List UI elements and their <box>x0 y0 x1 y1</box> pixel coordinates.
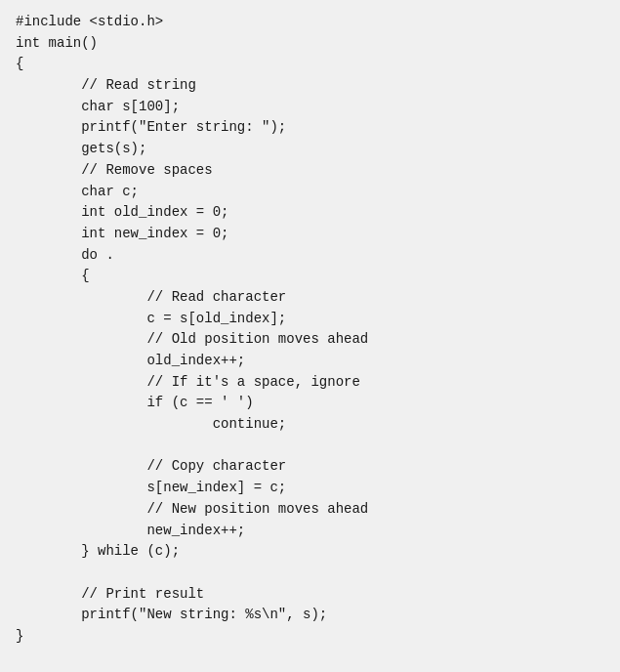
code-line: new_index++; <box>16 521 604 542</box>
code-line: int old_index = 0; <box>16 202 604 224</box>
code-line: gets(s); <box>16 139 604 160</box>
code-line <box>16 563 604 584</box>
code-line: } <box>16 626 604 648</box>
code-line: // Read character <box>16 287 604 309</box>
code-line: char c; <box>16 182 604 203</box>
code-line: // If it's a space, ignore <box>16 372 604 394</box>
code-block: #include <stdio.h>int main(){ // Read st… <box>16 12 604 648</box>
code-line: } while (c); <box>16 541 604 563</box>
code-line: // Print result <box>16 584 604 606</box>
code-line: // Old position moves ahead <box>16 329 604 351</box>
code-line: int new_index = 0; <box>16 224 604 245</box>
code-line: s[new_index] = c; <box>16 478 604 499</box>
code-line: int main() <box>16 33 604 55</box>
code-line: char s[100]; <box>16 97 604 118</box>
code-line: #include <stdio.h> <box>16 12 604 33</box>
code-line: continue; <box>16 414 604 436</box>
code-line: { <box>16 54 604 75</box>
code-line: old_index++; <box>16 351 604 372</box>
code-line: if (c == ' ') <box>16 393 604 414</box>
code-line <box>16 436 604 457</box>
code-line: printf("Enter string: "); <box>16 117 604 139</box>
code-line: c = s[old_index]; <box>16 309 604 330</box>
code-line: { <box>16 266 604 287</box>
code-container: #include <stdio.h>int main(){ // Read st… <box>0 0 620 672</box>
code-line: do . <box>16 245 604 267</box>
code-line: // New position moves ahead <box>16 499 604 521</box>
code-line: printf("New string: %s\n", s); <box>16 605 604 626</box>
code-line: // Remove spaces <box>16 160 604 182</box>
code-line: // Copy character <box>16 456 604 478</box>
code-line: // Read string <box>16 75 604 97</box>
